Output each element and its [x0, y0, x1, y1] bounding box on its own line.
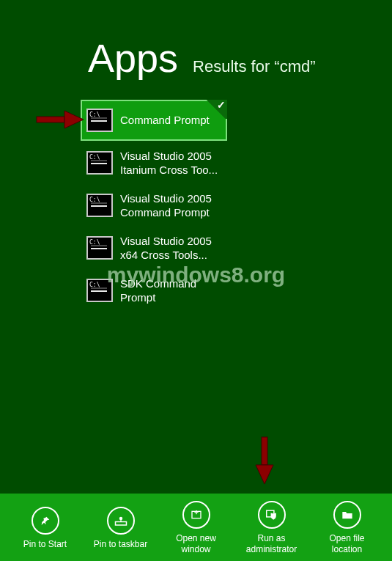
- appbar-label: Open file location: [314, 533, 381, 555]
- app-bar: Pin to Start Pin to taskbar Open new win…: [0, 494, 392, 561]
- pin-to-start-button[interactable]: Pin to Start: [12, 507, 79, 550]
- appbar-label: Run as administrator: [238, 533, 306, 555]
- appbar-label: Open new window: [163, 533, 230, 555]
- result-item-command-prompt[interactable]: Command Prompt: [81, 100, 227, 141]
- pin-to-taskbar-button[interactable]: Pin to taskbar: [87, 507, 155, 550]
- taskbar-pin-icon: [107, 507, 135, 535]
- cmd-icon: [86, 109, 113, 132]
- results-list: Command Prompt Visual Studio 2005 Itaniu…: [81, 100, 227, 311]
- result-label: Visual Studio 2005 x64 Cross Tools...: [120, 234, 221, 263]
- result-item-vs2005-itanium[interactable]: Visual Studio 2005 Itanium Cross Too...: [81, 142, 227, 183]
- svg-marker-3: [256, 465, 273, 484]
- svg-rect-4: [115, 521, 126, 525]
- cmd-icon: [86, 279, 113, 302]
- result-item-vs2005-cmd[interactable]: Visual Studio 2005 Command Prompt: [81, 185, 227, 226]
- cmd-icon: [86, 236, 113, 260]
- cmd-icon: [86, 194, 113, 217]
- svg-rect-0: [37, 117, 64, 122]
- result-label: SDK Command Prompt: [120, 276, 221, 305]
- appbar-label: Pin to Start: [23, 539, 67, 550]
- run-as-admin-button[interactable]: Run as administrator: [238, 501, 306, 555]
- results-subtitle: Results for “cmd”: [193, 57, 315, 76]
- page-title: Apps: [88, 35, 178, 81]
- result-label: Visual Studio 2005 Itanium Cross Too...: [120, 149, 221, 177]
- pin-icon: [32, 507, 59, 535]
- annotation-arrow-down-icon: [254, 436, 275, 485]
- svg-rect-2: [262, 437, 267, 465]
- admin-shield-icon: [258, 501, 286, 529]
- result-item-vs2005-x64[interactable]: Visual Studio 2005 x64 Cross Tools...: [81, 227, 227, 268]
- annotation-arrow-right-icon: [35, 109, 85, 131]
- new-window-icon: [182, 501, 210, 529]
- cmd-icon: [86, 151, 113, 175]
- result-label: Command Prompt: [120, 113, 210, 128]
- header: Apps Results for “cmd”: [0, 0, 392, 81]
- result-item-sdk-cmd[interactable]: SDK Command Prompt: [81, 270, 227, 311]
- folder-icon: [333, 501, 361, 529]
- open-file-location-button[interactable]: Open file location: [314, 501, 381, 555]
- selected-check-icon: [202, 100, 227, 119]
- open-new-window-button[interactable]: Open new window: [163, 501, 230, 555]
- appbar-label: Pin to taskbar: [94, 539, 147, 550]
- svg-point-5: [119, 516, 122, 520]
- result-label: Visual Studio 2005 Command Prompt: [120, 191, 221, 220]
